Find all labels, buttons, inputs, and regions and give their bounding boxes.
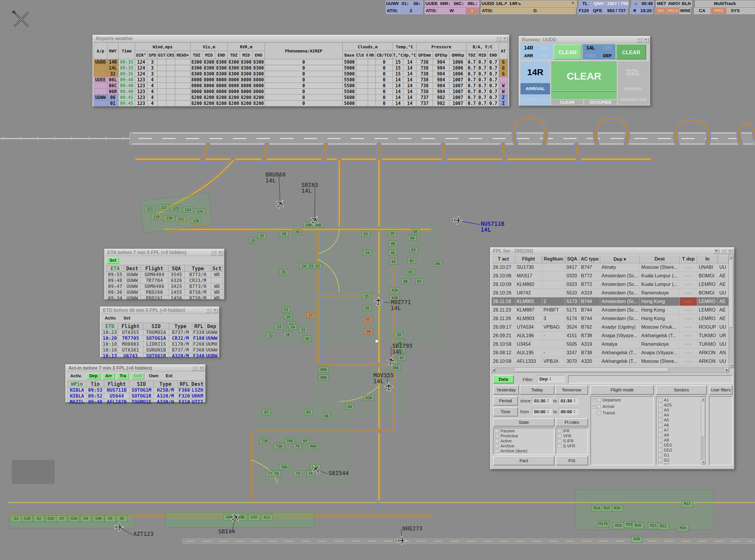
time-to-spinner[interactable]: 00:00 ▲▼ <box>559 408 578 415</box>
bar-cell-atis-[interactable]: ATIS: <box>425 8 438 14</box>
act-in-button-own[interactable]: Own <box>147 373 161 379</box>
sector-item-dd2[interactable]: DD2 <box>657 447 701 453</box>
expand-icon[interactable]: + <box>592 405 596 408</box>
fpl-col-extra[interactable] <box>718 255 729 263</box>
sector-item-a6[interactable]: A6 <box>657 422 701 427</box>
act-in-col-tin[interactable]: Tin <box>86 381 104 387</box>
act-in-button-arr[interactable]: Arr <box>103 373 115 379</box>
sector-item-dd1[interactable]: DD1 <box>657 442 701 447</box>
bar-cell-sys[interactable]: SYS <box>727 8 743 14</box>
minimize-icon[interactable]: – <box>636 37 642 42</box>
runway-tab-32l[interactable]: 32L <box>537 44 553 52</box>
act-in-button-activ[interactable]: Activ. <box>68 373 84 379</box>
fpl-col-dep[interactable]: Dep ▾ <box>600 255 640 263</box>
weather-row[interactable]: 06C09:4012348000800080008000800080000550… <box>94 83 508 89</box>
scroll-up-icon[interactable]: ▲ <box>701 397 705 401</box>
bar-cell-blank[interactable] <box>522 1 568 7</box>
etd-col-type[interactable]: Type <box>169 323 192 329</box>
flight-mode-item-arrival[interactable]: +Arrival <box>591 403 653 410</box>
bar-cell-1007-755[interactable]: 1007 / 755 <box>606 1 629 7</box>
runway-tab-dep2[interactable]: DEP <box>599 52 616 60</box>
runway-selector-14l-32r[interactable]: 14L 32R ARR DEP <box>582 44 616 60</box>
runway-selector-14r-32l[interactable]: 14R 32L ARR DEP <box>521 44 553 60</box>
checkbox-icon[interactable] <box>495 429 499 433</box>
etd-titlebar[interactable]: ETD before 40 min 5 FPL (+0 hidden) – × <box>101 307 219 314</box>
checkbox-icon[interactable] <box>658 443 662 447</box>
fpl-horizontal-scrollbar[interactable]: ◀ ▶ <box>491 367 729 373</box>
close-icon[interactable]: × <box>727 249 733 254</box>
etd-row[interactable]: 10:13U6743SOTOG1RA320/MF340UUBW <box>102 353 218 359</box>
bar-cell-06r[interactable]: 06R↕ <box>439 1 452 7</box>
scrollbar-thumb[interactable] <box>729 260 733 328</box>
bar-cell-982-737[interactable]: 982 / 737 <box>605 8 628 14</box>
act-in-titlebar[interactable]: Act-In before 7 min 3 FPL (+0 hidden) – … <box>66 365 205 372</box>
fpl-row[interactable]: 26.11:18KLM90125173B744Amsterdam (Sc...H… <box>492 297 729 306</box>
act-in-row[interactable]: NIBLA09:53NUS711BSOTOG1MH25B/MF380LSZH <box>67 387 204 393</box>
runway-uudd-titlebar[interactable]: Runway: UUDD – × <box>519 37 650 43</box>
eta-row[interactable]: 09:55UUWWSDM64843545B773/HWD <box>107 272 223 278</box>
eta-row[interactable]: 09:48UUWW7R77046326CRJ1/M <box>107 278 223 283</box>
checkbox-icon[interactable] <box>658 418 662 422</box>
spinner-arrows-icon[interactable]: ▲▼ <box>547 399 549 403</box>
spinner-arrows-icon[interactable]: ▲▼ <box>547 409 549 414</box>
runway-state-clear[interactable]: CLEAR <box>551 61 617 91</box>
flight-mode-item-departure[interactable]: +Departure <box>591 397 653 403</box>
bar-cell-00-48[interactable]: 00:48 <box>641 1 654 7</box>
clear-button-1[interactable]: CLEAR <box>554 44 582 60</box>
scroll-down-icon[interactable]: ▼ <box>701 460 705 464</box>
time-from-spinner[interactable]: 00:00 ▲▼ <box>532 408 551 415</box>
checkbox-icon[interactable] <box>597 404 601 408</box>
bar-cell-w[interactable]: W <box>438 8 465 14</box>
fpl-row[interactable]: 26.10:27SU17300417B747AlmatyMoscow (Sher… <box>492 263 729 272</box>
departure-button-disabled[interactable]: DEPARTURE <box>618 94 649 105</box>
filter-expression-field[interactable] <box>568 375 733 383</box>
eta-col-sqa[interactable]: SQA <box>168 265 185 272</box>
runway-tab-14l[interactable]: 14L <box>582 44 599 52</box>
checkbox-icon[interactable] <box>495 439 499 443</box>
minimize-icon[interactable]: – <box>210 250 216 255</box>
bar-cell-g[interactable]: G <box>494 8 576 14</box>
filter-dropdown[interactable]: Dep ▲▼ <box>537 375 564 382</box>
aircraft-label-BRU988[interactable]: BRU98814L <box>266 171 286 184</box>
user-filters-header[interactable]: User filters <box>709 385 733 395</box>
eta-col-sct[interactable]: Sct <box>211 265 223 272</box>
act-in-button-tra[interactable]: Tra <box>117 373 129 379</box>
sector-item-g1[interactable]: G1 <box>657 453 701 457</box>
weather-row[interactable]: UUWW0609:4512348200820082008200820082000… <box>94 95 508 100</box>
fact-button[interactable]: Fact <box>493 456 555 465</box>
etd-row[interactable]: 10:207R7705SOTOG1ACRJ2/MF180UUWW <box>102 335 218 341</box>
sun-filled-icon[interactable]: ☀ <box>630 8 639 14</box>
flight-mode-item-transit[interactable]: Transit <box>591 410 653 416</box>
checkbox-icon[interactable] <box>658 413 662 417</box>
sun-outline-icon[interactable]: ☼ <box>632 1 640 7</box>
weather-row[interactable]: UUDD14R09:351243830083008300830083008300… <box>94 59 508 65</box>
spinner-arrows-icon[interactable]: ▲▼ <box>573 409 575 414</box>
bar-cell-met[interactable]: MET <box>656 1 667 7</box>
checkbox-icon[interactable] <box>658 398 662 402</box>
eta-row[interactable]: 09:36UUWWPBD2601455B738/MWD <box>107 289 223 295</box>
weather-row[interactable]: 06R09:4012348000800080008000800080000550… <box>94 89 508 95</box>
close-icon[interactable]: × <box>217 250 223 255</box>
aircraft-icon-BRU988[interactable] <box>274 198 286 210</box>
act-in-col-wpin[interactable]: WPin <box>67 381 87 387</box>
state-item-active[interactable]: Active <box>494 438 554 443</box>
act-in-row[interactable]: NIBLA09:52U5644SOTOG1RA320/MF320UKKM <box>67 393 204 399</box>
fpl-row[interactable]: 26.10:06MAS170320B772Amsterdam (Sc...Kua… <box>492 272 729 280</box>
bar-cell-uuww[interactable]: UUWW <box>386 1 399 7</box>
bar-cell-f120[interactable]: F120 <box>578 8 590 14</box>
checkbox-icon[interactable] <box>658 403 662 407</box>
act-in-row[interactable]: MAZIL09:48AFL1870TOGMO1EA330/HF310UTTT <box>67 399 204 405</box>
sector-item-a8[interactable]: A8 <box>657 433 701 437</box>
dot-icon[interactable]: ● <box>465 8 479 14</box>
arrival-button[interactable]: ARRIVAL <box>521 83 550 94</box>
expand-icon[interactable]: + <box>592 398 596 402</box>
runway-tab-dep[interactable]: DEP <box>537 52 553 60</box>
aircraft-icon-NUS711B[interactable] <box>453 216 463 225</box>
aircraft-label-SBI544[interactable]: SBI544 <box>329 470 349 476</box>
aircraft-label-SBI65[interactable]: SBI6514L <box>302 182 318 194</box>
checkbox-icon[interactable] <box>495 449 499 453</box>
bar-cell-ca[interactable]: CA <box>694 8 710 14</box>
minimize-icon[interactable]: – <box>205 308 211 313</box>
fpl-row[interactable]: 26.10:58U34545505A319AntalyaRamenskoye--… <box>492 340 729 349</box>
bar-cell-atis-[interactable]: ATIS: <box>481 8 494 14</box>
